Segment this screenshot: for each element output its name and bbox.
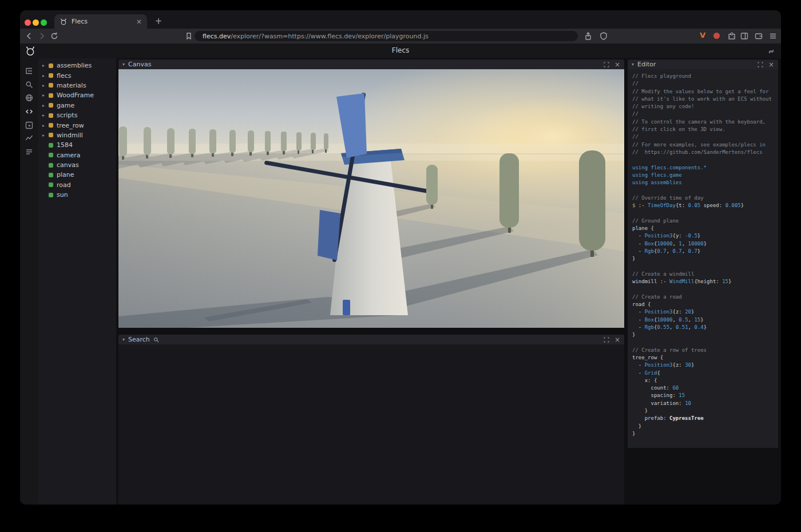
bookmark-icon[interactable]	[184, 31, 193, 41]
tree-item-label: scripts	[57, 112, 77, 119]
tree-item-label: assemblies	[57, 62, 92, 69]
search-panel: ▾ Search ×	[118, 335, 624, 505]
code-line	[632, 263, 776, 270]
expander-icon[interactable]: ▸	[42, 113, 49, 118]
close-panel-icon[interactable]: ×	[614, 61, 620, 68]
code-line: // Modify the values below to get a feel…	[632, 88, 776, 96]
code-line	[632, 209, 776, 217]
code-line: // first click on the 3D view.	[632, 126, 776, 133]
info-list-icon[interactable]	[25, 147, 34, 156]
extensions-puzzle-icon[interactable]	[727, 31, 736, 41]
browser-tab[interactable]: Flecs ×	[54, 14, 147, 29]
code-line: - Box{10000, 1, 10000}	[632, 240, 776, 248]
module-icon	[49, 133, 53, 137]
entity-icon	[49, 163, 53, 168]
tree-item-1584[interactable]: 1584	[38, 140, 116, 150]
tree-item-label: WoodFrame	[57, 92, 94, 99]
code-editor[interactable]: // Flecs playground//// Modify the value…	[628, 69, 778, 448]
code-editor-icon[interactable]	[25, 107, 34, 116]
search-icon[interactable]	[25, 80, 34, 89]
code-line: plane {	[632, 225, 776, 232]
expander-icon[interactable]: ▸	[42, 123, 49, 128]
zoom-window-button[interactable]	[41, 19, 47, 26]
code-line: // Create a row of trees	[632, 347, 776, 354]
sidebar-toggle-icon[interactable]	[740, 31, 749, 41]
module-icon	[49, 113, 53, 118]
code-line: //	[632, 110, 776, 118]
tree-item-WoodFrame[interactable]: ▸WoodFrame	[38, 90, 116, 100]
expander-icon[interactable]: ▸	[42, 103, 49, 108]
expander-icon[interactable]: ▸	[42, 63, 49, 68]
entity-icon	[49, 143, 53, 148]
collapse-chevron-icon[interactable]: ▾	[632, 62, 634, 67]
tree-item-sun[interactable]: sun	[38, 190, 116, 200]
search-panel-header: ▾ Search ×	[118, 335, 624, 344]
extension-v-icon[interactable]: V	[700, 31, 705, 39]
tab-close-icon[interactable]: ×	[136, 18, 142, 26]
close-window-button[interactable]	[25, 19, 31, 26]
entity-icon	[49, 173, 53, 177]
tree-item-label: canvas	[57, 161, 79, 169]
canvas-panel-header: ▾ Canvas ×	[118, 59, 624, 69]
close-panel-icon[interactable]: ×	[614, 336, 620, 343]
world-icon[interactable]	[25, 93, 34, 102]
collapse-chevron-icon[interactable]: ▾	[122, 337, 125, 342]
tree-item-plane[interactable]: plane	[38, 170, 116, 180]
minimize-window-button[interactable]	[33, 19, 39, 26]
expander-icon[interactable]: ▸	[42, 83, 49, 88]
code-line: variation: 10	[632, 400, 776, 407]
code-line: road {	[632, 301, 776, 308]
tree-item-scripts[interactable]: ▸scripts	[38, 110, 116, 120]
collapse-chevron-icon[interactable]: ▾	[122, 62, 125, 67]
entity-tree: ▸assemblies▸flecs▸materials▸WoodFrame▸ga…	[38, 58, 116, 505]
tree-item-road[interactable]: road	[38, 180, 116, 190]
fullscreen-icon[interactable]	[604, 337, 609, 343]
search-results-area[interactable]	[118, 344, 624, 505]
expander-icon[interactable]: ▸	[42, 73, 49, 78]
tree-item-assemblies[interactable]: ▸assemblies	[38, 61, 116, 70]
page-title: Flecs	[20, 46, 781, 54]
forward-button[interactable]	[37, 31, 46, 41]
code-line: - Rgb{0.55, 0.51, 0.4}	[632, 324, 776, 331]
url-bar[interactable]: flecs.dev/explorer/?wasm=https://www.fle…	[195, 31, 578, 41]
editor-code[interactable]: // Flecs playground//// Modify the value…	[628, 69, 778, 441]
inspect-icon[interactable]	[25, 121, 34, 130]
new-tab-button[interactable]: +	[153, 15, 164, 27]
code-line: using flecs.components.*	[632, 164, 776, 172]
module-icon	[49, 73, 53, 78]
tree-item-game[interactable]: ▸game	[38, 101, 116, 110]
editor-panel-title: Editor	[637, 61, 656, 68]
share-link-icon[interactable]	[767, 47, 775, 55]
share-icon[interactable]	[584, 31, 593, 41]
tree-item-label: flecs	[57, 72, 71, 80]
module-icon	[49, 103, 53, 108]
code-line: count: 60	[632, 384, 776, 392]
tree-item-flecs[interactable]: ▸flecs	[38, 70, 116, 80]
extension-red-icon[interactable]	[713, 33, 720, 39]
expander-icon[interactable]: ▸	[42, 93, 49, 98]
canvas-panel: ▾ Canvas ×	[118, 59, 624, 328]
fullscreen-icon[interactable]	[604, 62, 609, 68]
code-line: $ :- TimeOfDay{t: 0.05 speed: 0.005}	[632, 202, 776, 209]
reload-button[interactable]	[50, 31, 59, 41]
code-line: // https://github.com/SanderMertens/flec…	[632, 149, 776, 156]
tree-item-windmill[interactable]: ▸windmill	[38, 130, 116, 140]
3d-canvas[interactable]	[118, 69, 624, 328]
code-line: - Position3{y: -0.5}	[632, 232, 776, 240]
fullscreen-icon[interactable]	[758, 62, 763, 68]
tree-item-camera[interactable]: camera	[38, 150, 116, 160]
close-panel-icon[interactable]: ×	[768, 61, 774, 68]
back-button[interactable]	[25, 31, 34, 41]
code-line: prefab: CypressTree	[632, 415, 776, 422]
code-line	[632, 339, 776, 346]
tree-item-canvas[interactable]: canvas	[38, 160, 116, 170]
stats-chart-icon[interactable]	[25, 133, 34, 142]
tree-item-materials[interactable]: ▸materials	[38, 81, 116, 90]
tree-item-tree_row[interactable]: ▸tree_row	[38, 120, 116, 130]
entity-icon	[49, 182, 53, 187]
expander-icon[interactable]: ▸	[42, 133, 49, 138]
browser-menu-icon[interactable]	[768, 31, 778, 41]
shield-icon[interactable]	[599, 31, 608, 41]
wallet-icon[interactable]	[754, 31, 763, 41]
entities-tree-icon[interactable]	[25, 66, 34, 76]
